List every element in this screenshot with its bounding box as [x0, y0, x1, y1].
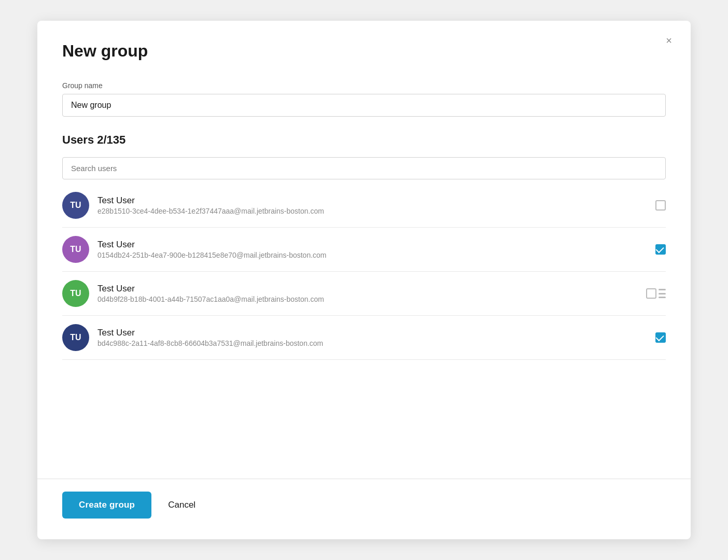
drag-handle[interactable]: [659, 288, 666, 299]
user-name: Test User: [97, 195, 647, 206]
create-group-button[interactable]: Create group: [62, 492, 151, 519]
modal-title: New group: [62, 41, 666, 61]
user-row: TUTest Usere28b1510-3ce4-4dee-b534-1e2f3…: [62, 184, 666, 228]
user-checkbox[interactable]: [655, 332, 666, 343]
footer-actions: Create group Cancel: [62, 492, 666, 519]
close-button[interactable]: ×: [664, 33, 674, 48]
avatar: TU: [62, 236, 89, 263]
cancel-button[interactable]: Cancel: [164, 492, 200, 519]
user-row: TUTest Userbd4c988c-2a11-4af8-8cb8-66604…: [62, 316, 666, 360]
user-row: TUTest User0154db24-251b-4ea7-900e-b1284…: [62, 228, 666, 272]
avatar: TU: [62, 280, 89, 307]
user-info: Test User0d4b9f28-b18b-4001-a44b-71507ac…: [97, 284, 638, 303]
checkbox-area: [655, 200, 666, 211]
group-name-input[interactable]: [62, 94, 666, 117]
user-checkbox[interactable]: [646, 288, 656, 299]
user-info: Test User0154db24-251b-4ea7-900e-b128415…: [97, 240, 647, 259]
user-name: Test User: [97, 240, 647, 250]
checkbox-area: [655, 332, 666, 343]
user-email: 0d4b9f28-b18b-4001-a44b-71507ac1aa0a@mai…: [97, 295, 638, 303]
avatar: TU: [62, 324, 89, 351]
checkbox-area: [646, 288, 666, 299]
user-checkbox[interactable]: [655, 200, 666, 211]
users-header: Users 2/135: [62, 133, 666, 147]
user-email: bd4c988c-2a11-4af8-8cb8-66604b3a7531@mai…: [97, 339, 647, 347]
user-name: Test User: [97, 284, 638, 294]
user-list: TUTest Usere28b1510-3ce4-4dee-b534-1e2f3…: [62, 184, 666, 462]
new-group-modal: × New group Group name Users 2/135 TUTes…: [37, 21, 691, 539]
user-email: e28b1510-3ce4-4dee-b534-1e2f37447aaa@mai…: [97, 207, 647, 215]
avatar: TU: [62, 192, 89, 219]
footer-divider: [37, 479, 691, 479]
user-row: TUTest User0d4b9f28-b18b-4001-a44b-71507…: [62, 272, 666, 316]
user-name: Test User: [97, 328, 647, 338]
user-info: Test Userbd4c988c-2a11-4af8-8cb8-66604b3…: [97, 328, 647, 347]
user-email: 0154db24-251b-4ea7-900e-b128415e8e70@mai…: [97, 251, 647, 259]
group-name-label: Group name: [62, 81, 666, 90]
search-input[interactable]: [62, 157, 666, 179]
user-checkbox[interactable]: [655, 244, 666, 255]
user-info: Test Usere28b1510-3ce4-4dee-b534-1e2f374…: [97, 195, 647, 215]
checkbox-area: [655, 244, 666, 255]
